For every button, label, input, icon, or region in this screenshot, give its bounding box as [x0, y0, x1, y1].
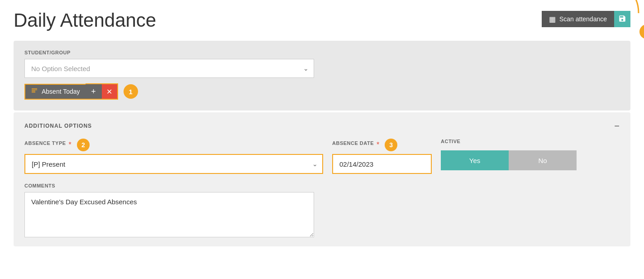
active-yes-button[interactable]: Yes — [441, 150, 509, 170]
absence-date-required: * — [377, 141, 379, 149]
callout-1-badge: 1 — [124, 84, 138, 99]
absent-icon — [31, 87, 38, 96]
save-icon — [618, 14, 626, 24]
additional-options-header: ADDITIONAL OPTIONS − — [24, 121, 620, 130]
student-group-select-wrapper: No Option Selected ⌄ — [24, 59, 314, 78]
header-row: Daily Attendance 4 ▦ Scan attendance — [14, 9, 630, 32]
scan-wrapper: 4 ▦ Scan attendance — [542, 11, 630, 27]
form-row-1: ABSENCE TYPE * 2 [P] Present Absent Excu… — [24, 139, 620, 174]
active-label: ACTIVE — [441, 139, 460, 144]
comments-label: COMMENTS — [24, 183, 620, 188]
absent-tag: Absent Today — [24, 84, 86, 100]
absence-type-label-row: ABSENCE TYPE * 2 — [24, 139, 323, 151]
absence-type-required: * — [69, 141, 72, 149]
page-title: Daily Attendance — [14, 9, 156, 32]
active-toggle: Yes No — [441, 150, 577, 170]
active-label-row: ACTIVE — [441, 139, 577, 148]
comments-section: COMMENTS — [24, 183, 620, 237]
absence-date-label-row: ABSENCE DATE * 3 — [332, 139, 432, 151]
absent-tag-label: Absent Today — [42, 88, 80, 95]
absence-date-group: ABSENCE DATE * 3 — [332, 139, 432, 174]
active-group: ACTIVE Yes No — [441, 139, 577, 170]
save-button[interactable] — [614, 11, 630, 27]
student-group-label: STUDENT/GROUP — [24, 50, 620, 55]
callout-3-badge: 3 — [385, 139, 397, 151]
callout-2-badge: 2 — [77, 139, 90, 151]
collapse-button[interactable]: − — [614, 121, 620, 130]
student-group-section: STUDENT/GROUP No Option Selected ⌄ Absen… — [14, 41, 630, 111]
scan-attendance-button[interactable]: ▦ Scan attendance — [542, 11, 614, 27]
callout-4-badge: 4 — [639, 24, 644, 39]
absence-type-group: ABSENCE TYPE * 2 [P] Present Absent Excu… — [24, 139, 323, 174]
tag-remove-button[interactable]: ✕ — [102, 83, 118, 100]
comments-textarea[interactable] — [24, 192, 314, 237]
additional-options-section: ADDITIONAL OPTIONS − ABSENCE TYPE * 2 [P… — [14, 112, 630, 246]
absence-date-input[interactable] — [332, 154, 432, 174]
absence-type-label: ABSENCE TYPE — [24, 140, 66, 146]
absence-date-label: ABSENCE DATE — [332, 140, 374, 146]
tag-row: Absent Today + ✕ 1 — [24, 83, 620, 100]
page-container: Daily Attendance 4 ▦ Scan attendance — [0, 0, 644, 255]
active-no-button[interactable]: No — [509, 150, 577, 170]
tag-add-button[interactable]: + — [86, 83, 102, 100]
scan-btn-label: Scan attendance — [559, 15, 607, 23]
student-group-select[interactable]: No Option Selected — [24, 59, 314, 78]
barcode-icon: ▦ — [549, 15, 556, 24]
additional-options-title: ADDITIONAL OPTIONS — [24, 123, 92, 129]
absence-type-select[interactable]: [P] Present Absent Excused — [24, 154, 323, 174]
absence-type-select-wrapper: [P] Present Absent Excused ⌄ — [24, 154, 323, 174]
